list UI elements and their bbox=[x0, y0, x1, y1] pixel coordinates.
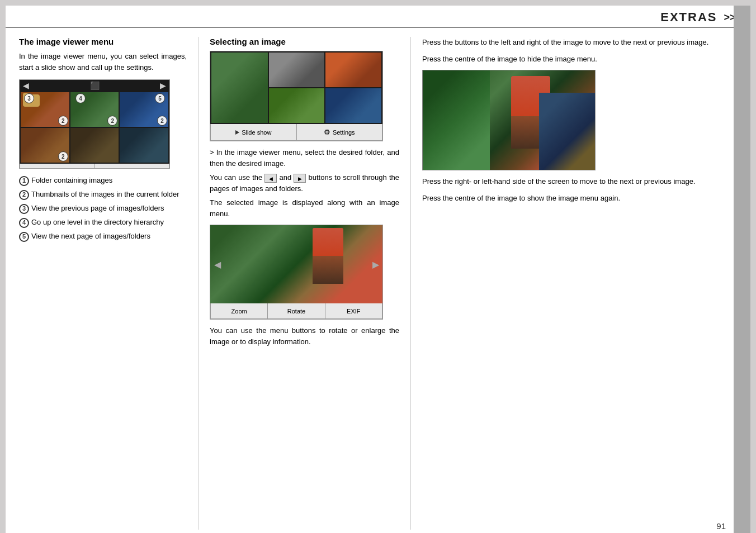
header-title: EXTRAS bbox=[660, 10, 717, 25]
mid-text4-content: You can use the menu buttons to rotate o… bbox=[210, 326, 399, 346]
rotate-btn[interactable]: Rotate bbox=[268, 303, 325, 318]
item-1-text: Folder containing images bbox=[31, 175, 112, 186]
thumb-5[interactable] bbox=[70, 128, 119, 163]
slideshow-btn[interactable]: Slide show bbox=[20, 164, 95, 169]
exif-label: EXIF bbox=[347, 308, 360, 315]
mid-text3: The selected image is displayed along wi… bbox=[210, 197, 399, 219]
next-page-btn[interactable] bbox=[294, 174, 306, 183]
list-item-1: 1 Folder containing images bbox=[19, 175, 187, 186]
badge-5b: 5 bbox=[19, 232, 29, 242]
viewer-toolbar-left: Slide show ⚙ Settings bbox=[20, 164, 169, 169]
right-text4: Press the centre of the image to show th… bbox=[422, 193, 728, 204]
rotate-label: Rotate bbox=[287, 308, 305, 315]
badge-1: 1 bbox=[19, 176, 29, 186]
mid-single-viewer: ◀ ▶ Zoom Rotate EXIF bbox=[210, 225, 383, 320]
mid-thumb-grid bbox=[269, 53, 381, 123]
right-text3: Press the right- or left-hand side of th… bbox=[422, 176, 728, 187]
viewer-header: ◀ ⬛ ▶ bbox=[20, 80, 169, 91]
mid-play-icon bbox=[235, 130, 239, 135]
mid-settings-label: Settings bbox=[333, 129, 355, 136]
mid-single-toolbar: Zoom Rotate EXIF bbox=[210, 303, 382, 319]
mid-slideshow-btn[interactable]: Slide show bbox=[211, 124, 297, 140]
thumb-6[interactable] bbox=[120, 128, 168, 163]
mid-section-title: Selecting an image bbox=[210, 37, 399, 46]
settings-gear-icon: ⚙ bbox=[116, 168, 123, 169]
mid-t1[interactable] bbox=[269, 53, 325, 87]
mid-t4[interactable] bbox=[325, 88, 381, 123]
settings-label: Settings bbox=[125, 169, 148, 169]
zoom-btn[interactable]: Zoom bbox=[211, 303, 268, 318]
prev-page-btn[interactable] bbox=[264, 174, 277, 183]
badge-2-folder: 2 bbox=[58, 116, 68, 126]
mid-t2[interactable] bbox=[325, 53, 381, 87]
mid-text1: > In the image viewer menu, select the d… bbox=[210, 147, 399, 169]
page-number: 91 bbox=[716, 521, 726, 531]
badge-2-t2: 2 bbox=[107, 116, 117, 126]
badge-5: 5 bbox=[155, 93, 165, 103]
viewer-screenshot-left: ◀ ⬛ ▶ 3 4 5 2 2 bbox=[19, 79, 170, 169]
mid-text2: You can use the and buttons to scroll th… bbox=[210, 172, 399, 194]
mid-text2a: You can use the bbox=[210, 173, 262, 182]
mid-viewer-screenshot: Slide show ⚙ Settings bbox=[210, 51, 383, 141]
left-intro-text: In the image viewer menu, you can select… bbox=[19, 51, 187, 73]
main-content: The image viewer menu In the image viewe… bbox=[6, 28, 750, 533]
single-nav-left[interactable]: ◀ bbox=[210, 225, 224, 303]
right-sidebar bbox=[734, 6, 750, 533]
person-figure bbox=[313, 228, 343, 284]
settings-btn[interactable]: ⚙ Settings bbox=[95, 164, 169, 169]
mid-single-image[interactable]: ◀ ▶ bbox=[210, 225, 382, 303]
mid-text3-content: The selected image is displayed along wi… bbox=[210, 198, 399, 218]
mid-viewer-grid bbox=[210, 51, 382, 124]
right-column: Press the buttons to the left and right … bbox=[410, 37, 728, 530]
list-item-5: 5 View the next page of images/folders bbox=[19, 231, 187, 242]
right-foliage bbox=[423, 70, 490, 170]
badge-2-t4: 2 bbox=[58, 151, 68, 161]
mid-t3[interactable] bbox=[269, 88, 325, 123]
mid-settings-btn[interactable]: ⚙ Settings bbox=[297, 124, 382, 140]
right-text1: Press the buttons to the left and right … bbox=[422, 37, 728, 48]
right-text2: Press the centre of the image to hide th… bbox=[422, 54, 728, 65]
thumb-4[interactable]: 2 bbox=[21, 128, 69, 163]
nav-left-icon[interactable]: ◀ bbox=[23, 81, 29, 90]
item-list: 1 Folder containing images 2 Thumbnails … bbox=[19, 175, 187, 242]
badge-2-t3: 2 bbox=[157, 116, 167, 126]
page-container: EXTRAS >>> The image viewer menu In the … bbox=[6, 6, 750, 533]
badge-3b: 3 bbox=[19, 204, 29, 214]
mid-thumb-tall[interactable] bbox=[211, 53, 268, 123]
slideshow-label: Slide show bbox=[45, 169, 75, 169]
list-item-4: 4 Go up one level in the directory hiera… bbox=[19, 217, 187, 228]
mid-text1-content: > In the image viewer menu, select the d… bbox=[210, 148, 399, 168]
left-column: The image viewer menu In the image viewe… bbox=[19, 37, 198, 530]
badge-4: 4 bbox=[75, 93, 86, 103]
zoom-label: Zoom bbox=[231, 308, 247, 315]
left-section-title: The image viewer menu bbox=[19, 37, 187, 46]
header-bar: EXTRAS >>> bbox=[6, 6, 750, 28]
exif-btn[interactable]: EXIF bbox=[325, 303, 382, 318]
badge-3: 3 bbox=[24, 93, 34, 103]
mid-text2b: and bbox=[280, 173, 292, 182]
mid-viewer-toolbar: Slide show ⚙ Settings bbox=[210, 124, 382, 141]
list-item-2: 2 Thumbnails of the images in the curren… bbox=[19, 189, 187, 200]
list-item-3: 3 View the previous page of images/folde… bbox=[19, 203, 187, 214]
item-2-text: Thumbnails of the images in the current … bbox=[31, 189, 179, 200]
badge-4b: 4 bbox=[19, 218, 29, 228]
single-nav-right[interactable]: ▶ bbox=[368, 225, 382, 303]
badge-2: 2 bbox=[19, 190, 29, 200]
item-3-text: View the previous page of images/folders bbox=[31, 203, 164, 214]
item-4-text: Go up one level in the directory hierarc… bbox=[31, 217, 164, 228]
viewer-grid: 2 2 2 2 bbox=[20, 91, 169, 164]
right-machine bbox=[539, 93, 595, 170]
mid-text4: You can use the menu buttons to rotate o… bbox=[210, 325, 399, 347]
right-large-image[interactable] bbox=[422, 70, 596, 170]
mid-column: Selecting an image bbox=[198, 37, 410, 530]
nav-right-icon[interactable]: ▶ bbox=[160, 81, 166, 90]
item-5-text: View the next page of images/folders bbox=[31, 231, 150, 242]
viewer-center-icon: ⬛ bbox=[90, 81, 100, 90]
mid-settings-gear-icon: ⚙ bbox=[324, 128, 330, 136]
mid-slideshow-label: Slide show bbox=[242, 129, 271, 136]
